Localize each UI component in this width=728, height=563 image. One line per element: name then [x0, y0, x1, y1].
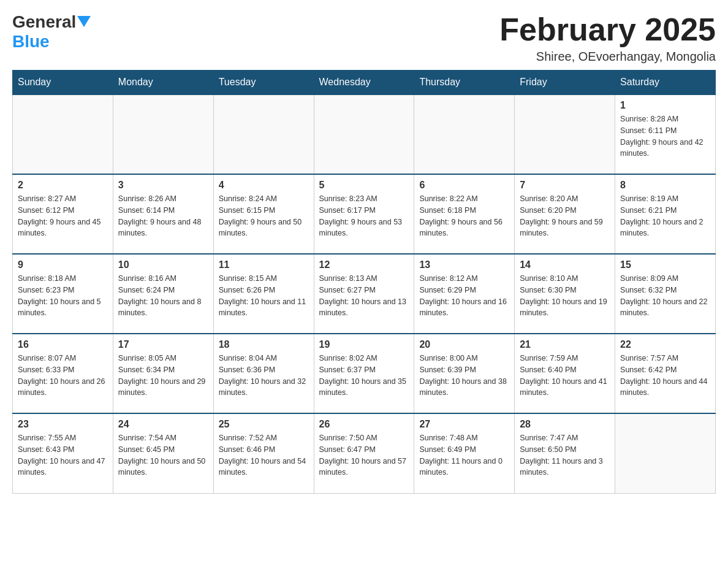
logo-blue-text: Blue	[12, 32, 50, 52]
day-number: 1	[620, 100, 710, 111]
day-info: Sunrise: 7:59 AM Sunset: 6:40 PM Dayligh…	[520, 353, 610, 399]
day-number: 6	[419, 180, 509, 191]
day-number: 15	[620, 259, 710, 270]
calendar-day-cell: 9Sunrise: 8:18 AM Sunset: 6:23 PM Daylig…	[13, 254, 113, 334]
calendar-day-cell	[13, 94, 113, 174]
calendar-week-row: 1Sunrise: 8:28 AM Sunset: 6:11 PM Daylig…	[13, 94, 716, 174]
day-info: Sunrise: 7:57 AM Sunset: 6:42 PM Dayligh…	[620, 353, 710, 399]
day-info: Sunrise: 7:47 AM Sunset: 6:50 PM Dayligh…	[520, 432, 610, 478]
calendar-day-cell: 26Sunrise: 7:50 AM Sunset: 6:47 PM Dayli…	[314, 413, 414, 493]
day-number: 9	[18, 259, 108, 270]
calendar-day-cell	[515, 94, 615, 174]
col-wednesday: Wednesday	[314, 71, 414, 95]
calendar-day-cell: 14Sunrise: 8:10 AM Sunset: 6:30 PM Dayli…	[515, 254, 615, 334]
day-info: Sunrise: 8:20 AM Sunset: 6:20 PM Dayligh…	[520, 193, 610, 239]
col-friday: Friday	[515, 71, 615, 95]
day-number: 27	[419, 419, 509, 430]
calendar-day-cell: 13Sunrise: 8:12 AM Sunset: 6:29 PM Dayli…	[414, 254, 515, 334]
day-info: Sunrise: 8:23 AM Sunset: 6:17 PM Dayligh…	[319, 193, 409, 239]
day-number: 14	[520, 259, 610, 270]
day-number: 7	[520, 180, 610, 191]
calendar-week-row: 16Sunrise: 8:07 AM Sunset: 6:33 PM Dayli…	[13, 334, 716, 413]
day-info: Sunrise: 8:15 AM Sunset: 6:26 PM Dayligh…	[219, 273, 309, 319]
location-title: Shiree, OEvoerhangay, Mongolia	[499, 50, 716, 64]
calendar-day-cell: 1Sunrise: 8:28 AM Sunset: 6:11 PM Daylig…	[615, 94, 716, 174]
day-info: Sunrise: 8:12 AM Sunset: 6:29 PM Dayligh…	[419, 273, 509, 319]
day-info: Sunrise: 8:05 AM Sunset: 6:34 PM Dayligh…	[118, 353, 208, 399]
logo-general-text: General	[12, 12, 76, 32]
calendar-day-cell: 7Sunrise: 8:20 AM Sunset: 6:20 PM Daylig…	[515, 174, 615, 254]
day-info: Sunrise: 8:07 AM Sunset: 6:33 PM Dayligh…	[18, 353, 108, 399]
day-info: Sunrise: 7:50 AM Sunset: 6:47 PM Dayligh…	[319, 432, 409, 478]
day-number: 26	[319, 419, 409, 430]
calendar-day-cell	[314, 94, 414, 174]
logo-triangle-icon	[77, 16, 91, 27]
calendar-day-cell: 6Sunrise: 8:22 AM Sunset: 6:18 PM Daylig…	[414, 174, 515, 254]
day-number: 25	[219, 419, 309, 430]
calendar-day-cell: 28Sunrise: 7:47 AM Sunset: 6:50 PM Dayli…	[515, 413, 615, 493]
calendar-day-cell	[113, 94, 213, 174]
calendar-day-cell: 15Sunrise: 8:09 AM Sunset: 6:32 PM Dayli…	[615, 254, 716, 334]
day-number: 4	[219, 180, 309, 191]
day-number: 12	[319, 259, 409, 270]
day-number: 11	[219, 259, 309, 270]
day-number: 8	[620, 180, 710, 191]
calendar-day-cell: 21Sunrise: 7:59 AM Sunset: 6:40 PM Dayli…	[515, 334, 615, 413]
day-number: 17	[118, 339, 208, 350]
col-thursday: Thursday	[414, 71, 515, 95]
logo: General Blue	[12, 12, 91, 52]
calendar-day-cell: 2Sunrise: 8:27 AM Sunset: 6:12 PM Daylig…	[13, 174, 113, 254]
day-number: 28	[520, 419, 610, 430]
day-number: 13	[419, 259, 509, 270]
day-info: Sunrise: 8:22 AM Sunset: 6:18 PM Dayligh…	[419, 193, 509, 239]
calendar-week-row: 2Sunrise: 8:27 AM Sunset: 6:12 PM Daylig…	[13, 174, 716, 254]
day-info: Sunrise: 8:28 AM Sunset: 6:11 PM Dayligh…	[620, 113, 710, 159]
calendar-week-row: 23Sunrise: 7:55 AM Sunset: 6:43 PM Dayli…	[13, 413, 716, 493]
calendar-day-cell: 17Sunrise: 8:05 AM Sunset: 6:34 PM Dayli…	[113, 334, 213, 413]
day-number: 23	[18, 419, 108, 430]
calendar-day-cell: 18Sunrise: 8:04 AM Sunset: 6:36 PM Dayli…	[213, 334, 314, 413]
day-info: Sunrise: 8:27 AM Sunset: 6:12 PM Dayligh…	[18, 193, 108, 239]
day-number: 16	[18, 339, 108, 350]
calendar-day-cell	[414, 94, 515, 174]
calendar-day-cell: 10Sunrise: 8:16 AM Sunset: 6:24 PM Dayli…	[113, 254, 213, 334]
calendar-day-cell	[615, 413, 716, 493]
calendar-day-cell: 11Sunrise: 8:15 AM Sunset: 6:26 PM Dayli…	[213, 254, 314, 334]
day-info: Sunrise: 7:48 AM Sunset: 6:49 PM Dayligh…	[419, 432, 509, 478]
day-info: Sunrise: 8:18 AM Sunset: 6:23 PM Dayligh…	[18, 273, 108, 319]
day-number: 3	[118, 180, 208, 191]
calendar-day-cell: 20Sunrise: 8:00 AM Sunset: 6:39 PM Dayli…	[414, 334, 515, 413]
calendar-week-row: 9Sunrise: 8:18 AM Sunset: 6:23 PM Daylig…	[13, 254, 716, 334]
title-area: February 2025 Shiree, OEvoerhangay, Mong…	[499, 12, 716, 64]
day-number: 20	[419, 339, 509, 350]
calendar-day-cell: 16Sunrise: 8:07 AM Sunset: 6:33 PM Dayli…	[13, 334, 113, 413]
calendar-day-cell: 8Sunrise: 8:19 AM Sunset: 6:21 PM Daylig…	[615, 174, 716, 254]
day-info: Sunrise: 8:04 AM Sunset: 6:36 PM Dayligh…	[219, 353, 309, 399]
calendar-day-cell: 19Sunrise: 8:02 AM Sunset: 6:37 PM Dayli…	[314, 334, 414, 413]
day-info: Sunrise: 8:16 AM Sunset: 6:24 PM Dayligh…	[118, 273, 208, 319]
day-info: Sunrise: 7:54 AM Sunset: 6:45 PM Dayligh…	[118, 432, 208, 478]
calendar-day-cell: 22Sunrise: 7:57 AM Sunset: 6:42 PM Dayli…	[615, 334, 716, 413]
day-number: 24	[118, 419, 208, 430]
calendar-day-cell: 3Sunrise: 8:26 AM Sunset: 6:14 PM Daylig…	[113, 174, 213, 254]
col-saturday: Saturday	[615, 71, 716, 95]
calendar-day-cell: 12Sunrise: 8:13 AM Sunset: 6:27 PM Dayli…	[314, 254, 414, 334]
day-info: Sunrise: 8:19 AM Sunset: 6:21 PM Dayligh…	[620, 193, 710, 239]
day-number: 5	[319, 180, 409, 191]
day-info: Sunrise: 8:09 AM Sunset: 6:32 PM Dayligh…	[620, 273, 710, 319]
day-number: 2	[18, 180, 108, 191]
col-sunday: Sunday	[13, 71, 113, 95]
day-info: Sunrise: 7:52 AM Sunset: 6:46 PM Dayligh…	[219, 432, 309, 478]
day-info: Sunrise: 8:02 AM Sunset: 6:37 PM Dayligh…	[319, 353, 409, 399]
page-header: General Blue February 2025 Shiree, OEvoe…	[12, 12, 716, 64]
calendar-header-row: Sunday Monday Tuesday Wednesday Thursday…	[13, 71, 716, 95]
calendar-table: Sunday Monday Tuesday Wednesday Thursday…	[12, 70, 716, 494]
day-number: 10	[118, 259, 208, 270]
day-info: Sunrise: 8:00 AM Sunset: 6:39 PM Dayligh…	[419, 353, 509, 399]
calendar-day-cell: 27Sunrise: 7:48 AM Sunset: 6:49 PM Dayli…	[414, 413, 515, 493]
calendar-day-cell	[213, 94, 314, 174]
day-number: 18	[219, 339, 309, 350]
day-info: Sunrise: 8:13 AM Sunset: 6:27 PM Dayligh…	[319, 273, 409, 319]
calendar-day-cell: 25Sunrise: 7:52 AM Sunset: 6:46 PM Dayli…	[213, 413, 314, 493]
col-tuesday: Tuesday	[213, 71, 314, 95]
